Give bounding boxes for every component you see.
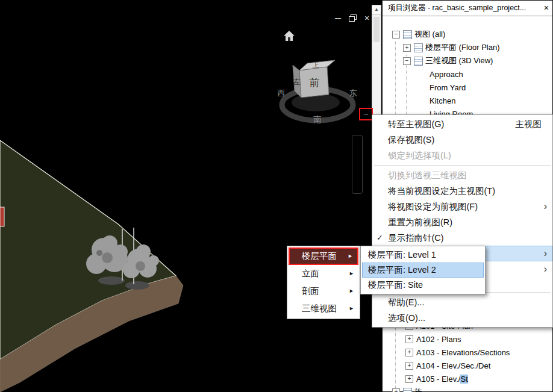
3d-viewport[interactable]: 上 左 前 西 东 南 ─ × ─ bbox=[0, 0, 382, 392]
submenu-triangle-icon: ► bbox=[349, 282, 354, 300]
menu-item-label: 转至主视图(G) bbox=[388, 119, 444, 129]
menu-item-label: 锁定到选择项(L) bbox=[388, 151, 451, 160]
browser-tree-bottom: + A101 - Site Plan + A102 - Plans + A103… bbox=[383, 319, 552, 392]
expand-icon[interactable]: + bbox=[405, 362, 413, 370]
tree-item-3d-views[interactable]: − 三维视图 (3D View) bbox=[383, 54, 552, 67]
submenu-arrow-icon: › bbox=[544, 199, 547, 214]
menu-item-label: 保存视图(S) bbox=[388, 135, 434, 145]
project-browser-title: 项目浏览器 - rac_basic_sample_project... bbox=[388, 4, 526, 12]
3d-view-icon bbox=[414, 57, 423, 66]
tree-item-kitchen[interactable]: Kitchen bbox=[383, 94, 552, 107]
viewport-window-controls: ─ × bbox=[334, 12, 371, 24]
orient-item-floor-plans[interactable]: 楼层平面 ► bbox=[289, 247, 358, 265]
expand-icon[interactable]: + bbox=[392, 388, 400, 392]
tree-item-a104[interactable]: + A104 - Elev./Sec./Det bbox=[383, 359, 552, 372]
tree-item-a102[interactable]: + A102 - Plans bbox=[383, 332, 552, 346]
floor-plan-icon bbox=[414, 43, 423, 52]
tree-item-label: A103 - Elevations/Sections bbox=[416, 348, 510, 357]
submenu-triangle-icon: ► bbox=[348, 249, 353, 264]
menu-item-lock-to-selection: 锁定到选择项(L) bbox=[372, 148, 552, 163]
menu-item-label: 三维视图 bbox=[302, 303, 337, 313]
menu-item-reset-front[interactable]: 重置为前视图(R) bbox=[372, 214, 552, 230]
menu-item-options[interactable]: 选项(O)... bbox=[372, 310, 552, 326]
menu-item-help[interactable]: 帮助(E)... bbox=[372, 294, 552, 310]
submenu-arrow-icon: › bbox=[544, 261, 547, 277]
tree-item-approach[interactable]: Approach bbox=[383, 67, 552, 81]
menu-item-label: 楼层平面: Level 2 bbox=[368, 265, 436, 275]
compass-west-label[interactable]: 西 bbox=[278, 89, 286, 98]
levels-item-level1[interactable]: 楼层平面: Level 1 bbox=[362, 247, 484, 263]
viewcube-home-icon[interactable] bbox=[283, 30, 295, 42]
scroll-up-button[interactable]: ▲ bbox=[372, 5, 381, 15]
menu-item-go-to-home-view[interactable]: 转至主视图(G) 主视图 bbox=[372, 116, 552, 132]
compass-east-label[interactable]: 东 bbox=[349, 89, 357, 98]
compass-south-label[interactable]: 南 bbox=[313, 114, 322, 124]
orient-item-3d-views[interactable]: 三维视图 ► bbox=[289, 300, 358, 317]
revit-window: 上 左 前 西 东 南 ─ × ─ bbox=[0, 0, 553, 392]
expand-icon[interactable]: + bbox=[403, 44, 411, 52]
annotation-dash: ─ bbox=[364, 111, 368, 117]
floor-plan-levels-submenu: 楼层平面: Level 1 楼层平面: Level 2 楼层平面: Site bbox=[360, 246, 486, 294]
building-marker bbox=[0, 207, 4, 226]
viewport-scrollbar[interactable]: ▲ bbox=[372, 5, 381, 115]
menu-item-show-compass[interactable]: ✓ 显示指南针(C) bbox=[372, 230, 552, 246]
orient-to-view-submenu: 楼层平面 ► 立面 ► 剖面 ► 三维视图 ► bbox=[287, 246, 360, 319]
tree-item-label: 视图 (all) bbox=[414, 29, 445, 40]
tree-item-a103[interactable]: + A103 - Elevations/Sections bbox=[383, 346, 552, 359]
families-icon bbox=[403, 388, 412, 392]
tree-item-label: A102 - Plans bbox=[416, 335, 461, 344]
collapse-icon[interactable]: − bbox=[392, 31, 400, 39]
collapse-icon[interactable]: − bbox=[403, 57, 411, 65]
tree-item-label: From Yard bbox=[430, 83, 466, 92]
views-icon bbox=[403, 30, 412, 39]
expand-icon[interactable]: + bbox=[405, 335, 413, 343]
tree-item-label: A104 - Elev./Sec./Det bbox=[416, 361, 490, 370]
menu-item-label: 楼层平面 bbox=[302, 251, 337, 261]
scrollbar-thumb[interactable] bbox=[373, 17, 380, 42]
menu-item-label: 楼层平面: Site bbox=[368, 280, 423, 290]
tree-item-floor-plans[interactable]: + 楼层平面 (Floor Plan) bbox=[383, 41, 552, 54]
rename-selection: St bbox=[460, 375, 467, 384]
tree-item-label: 楼层平面 (Floor Plan) bbox=[425, 42, 500, 53]
viewport-restore-button[interactable] bbox=[348, 13, 357, 23]
viewport-close-button[interactable]: × bbox=[363, 13, 371, 23]
project-browser-titlebar[interactable]: 项目浏览器 - rac_basic_sample_project... × bbox=[383, 1, 552, 16]
menu-item-set-current-as-home[interactable]: 将当前视图设定为主视图(T) bbox=[372, 183, 552, 199]
levels-item-level2[interactable]: 楼层平面: Level 2 bbox=[362, 263, 484, 278]
house-door bbox=[288, 37, 290, 41]
levels-item-site[interactable]: 楼层平面: Site bbox=[362, 278, 484, 293]
viewport-minimize-button[interactable]: ─ bbox=[334, 13, 342, 23]
menu-item-label: 帮助(E)... bbox=[388, 297, 424, 307]
expand-icon[interactable]: + bbox=[405, 375, 413, 383]
menu-item-toggle-perspective: 切换到透视三维视图 bbox=[372, 167, 552, 183]
viewcube-context-menu: 转至主视图(G) 主视图 保存视图(S) 锁定到选择项(L) 切换到透视三维视图… bbox=[372, 114, 553, 328]
tree-item-families[interactable]: + 族 bbox=[383, 385, 552, 392]
checkmark-icon: ✓ bbox=[376, 230, 383, 246]
tree-item-label: A105 - Elev./ bbox=[416, 375, 460, 384]
menu-item-label: 剖面 bbox=[302, 286, 319, 296]
orient-item-elevations[interactable]: 立面 ► bbox=[289, 265, 358, 282]
viewcube-left-label: 左 bbox=[293, 78, 301, 86]
navigation-bar-edge[interactable] bbox=[352, 135, 363, 194]
menu-item-label: 选项(O)... bbox=[388, 313, 425, 323]
tree-item-from-yard[interactable]: From Yard bbox=[383, 81, 552, 94]
orient-item-sections[interactable]: 剖面 ► bbox=[289, 282, 358, 300]
click-annotation-box: ─ bbox=[359, 108, 373, 120]
menu-item-label: 显示指南针(C) bbox=[388, 233, 444, 243]
menu-item-save-view[interactable]: 保存视图(S) bbox=[372, 132, 552, 148]
expand-icon[interactable]: + bbox=[405, 349, 413, 356]
menu-item-label: 重置为前视图(R) bbox=[388, 217, 452, 227]
tree-shadow bbox=[125, 281, 149, 290]
menu-item-label: 将当前视图设定为主视图(T) bbox=[388, 186, 495, 196]
tree-item-label: Kitchen bbox=[430, 96, 455, 105]
viewcube-front-label: 前 bbox=[310, 77, 320, 89]
tree-item-views-root[interactable]: − 视图 (all) bbox=[383, 28, 552, 41]
menu-item-label: 立面 bbox=[302, 269, 319, 278]
tree-item-a105[interactable]: + A105 - Elev./ St bbox=[383, 372, 552, 385]
tree-item-label: Approach bbox=[430, 70, 463, 79]
restore-icon bbox=[349, 14, 357, 22]
menu-item-label: 切换到透视三维视图 bbox=[388, 170, 467, 180]
project-browser-close-button[interactable]: × bbox=[544, 1, 549, 16]
menu-item-set-view-as-front[interactable]: 将视图设定为前视图(F) › bbox=[372, 199, 552, 214]
menu-item-label: 楼层平面: Level 1 bbox=[368, 250, 436, 260]
